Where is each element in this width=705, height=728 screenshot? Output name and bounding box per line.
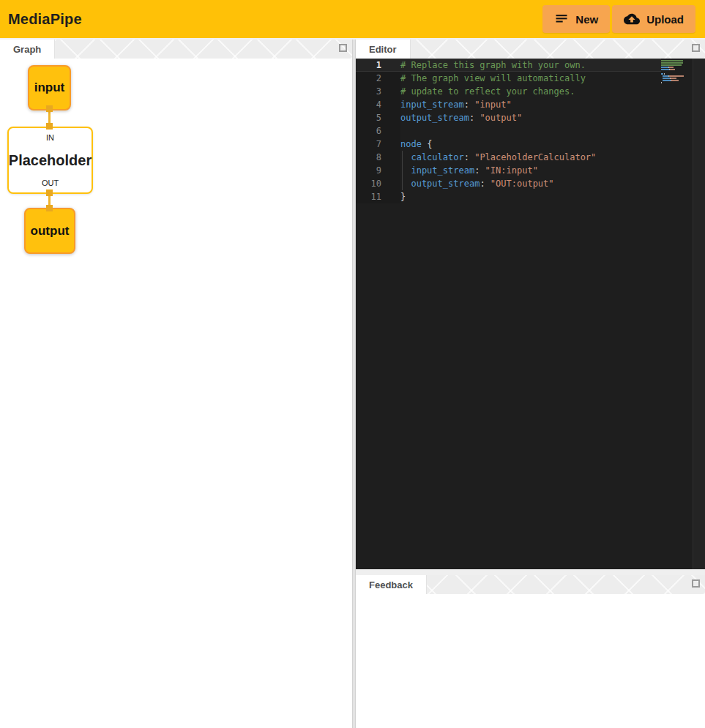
feedback-tab-label: Feedback — [369, 579, 413, 590]
minimap-line — [661, 75, 691, 77]
placeholder-in-port — [46, 123, 53, 130]
minimap[interactable] — [661, 60, 691, 569]
minimap-segment — [661, 73, 663, 75]
code-token: : — [474, 165, 485, 176]
code-text: calculator: "PlaceholderCalculator" — [400, 151, 661, 164]
code-editor[interactable]: 1# Replace this graph with your own.2# T… — [356, 59, 705, 569]
gutter-pad — [381, 164, 400, 177]
graph-popout-icon[interactable] — [339, 44, 347, 52]
indent-guide — [402, 151, 403, 164]
indent-guide — [402, 177, 403, 190]
line-number: 5 — [356, 111, 381, 124]
graph-tab-label: Graph — [13, 44, 41, 55]
minimap-segment — [670, 69, 675, 70]
graph-canvas[interactable]: input IN Placeholder OUT output — [0, 59, 352, 728]
code-token: "input" — [474, 100, 512, 110]
code-line[interactable]: 10 output_stream: "OUT:output" — [356, 177, 661, 190]
minimap-segment — [661, 69, 669, 70]
upload-button-label: Upload — [646, 13, 684, 26]
code-line[interactable]: 3# update to reflect your changes. — [356, 85, 661, 98]
app-header: MediaPipe New Upload — [0, 0, 705, 38]
code-text: # The graph view will automatically — [400, 72, 661, 85]
tab-editor[interactable]: Editor — [356, 40, 411, 59]
minimap-segment — [661, 60, 683, 61]
upload-button[interactable]: Upload — [612, 5, 695, 33]
app-title: MediaPipe — [8, 11, 82, 28]
editor-panel: Editor 1# Replace this graph with your o… — [356, 40, 705, 569]
gutter-pad — [381, 138, 400, 151]
code-line[interactable]: 6 — [356, 124, 661, 138]
code-line[interactable]: 2# The graph view will automatically — [356, 72, 661, 85]
code-line[interactable]: 11} — [356, 190, 661, 203]
indent-guide — [402, 164, 403, 177]
code-text: output_stream: "OUT:output" — [400, 177, 661, 190]
code-text: # Replace this graph with your own. — [400, 59, 661, 72]
code-token: "output" — [480, 113, 522, 123]
node-input-label: input — [34, 80, 65, 95]
node-input[interactable]: input — [28, 65, 71, 110]
gutter-pad — [381, 111, 400, 124]
code-line[interactable]: 8 calculator: "PlaceholderCalculator" — [356, 151, 661, 164]
minimap-line — [661, 67, 691, 68]
code-text: input_stream: "input" — [400, 98, 661, 111]
header-buttons: New Upload — [542, 5, 695, 33]
cloud-upload-icon — [624, 11, 640, 27]
code-token: : — [480, 179, 490, 189]
tab-graph[interactable]: Graph — [0, 40, 55, 59]
feedback-content — [356, 594, 705, 728]
gutter-pad — [381, 85, 400, 98]
line-number: 7 — [356, 138, 381, 151]
horizontal-splitter[interactable] — [356, 569, 705, 575]
code-token: "IN:input" — [485, 165, 538, 176]
code-token: "PlaceholderCalculator" — [474, 152, 596, 162]
code-line[interactable]: 9 input_stream: "IN:input" — [356, 164, 661, 177]
code-token: : — [469, 113, 480, 123]
output-in-port — [46, 205, 53, 211]
minimap-segment — [663, 78, 670, 79]
line-number: 6 — [356, 124, 381, 138]
feedback-tab-strip: Feedback — [356, 575, 705, 594]
tab-feedback[interactable]: Feedback — [356, 575, 427, 594]
minimap-segment — [661, 67, 668, 68]
minimap-line — [661, 64, 691, 66]
minimap-segment — [661, 82, 662, 83]
minimap-line — [661, 80, 691, 81]
editor-tab-label: Editor — [369, 44, 397, 55]
node-placeholder[interactable]: IN Placeholder OUT — [7, 127, 93, 194]
line-number: 2 — [356, 72, 381, 85]
minimap-line — [661, 71, 691, 72]
minimap-line — [661, 82, 691, 83]
minimap-line — [661, 60, 691, 61]
editor-scrollbar[interactable] — [693, 59, 705, 569]
minimap-segment — [669, 67, 674, 68]
node-placeholder-label: Placeholder — [9, 152, 92, 169]
gutter-pad — [381, 190, 400, 203]
line-number: 4 — [356, 98, 381, 111]
placeholder-in-port-label: IN — [46, 133, 54, 142]
code-line[interactable]: 4input_stream: "input" — [356, 98, 661, 111]
editor-popout-icon[interactable] — [692, 44, 700, 52]
code-lines: 1# Replace this graph with your own.2# T… — [356, 59, 661, 203]
gutter-pad — [381, 98, 400, 111]
new-button[interactable]: New — [542, 5, 610, 33]
code-token: output_stream — [400, 113, 469, 123]
node-output[interactable]: output — [24, 208, 75, 254]
line-number: 3 — [356, 85, 381, 98]
node-output-label: output — [31, 224, 70, 239]
gutter-pad — [381, 124, 400, 138]
code-token: "OUT:output" — [490, 179, 554, 189]
code-line[interactable]: 7node { — [356, 138, 661, 151]
code-token: calculator — [400, 152, 464, 162]
minimap-line — [661, 62, 691, 64]
placeholder-out-port — [46, 189, 53, 196]
code-token: } — [400, 192, 406, 202]
code-line[interactable]: 1# Replace this graph with your own. — [356, 59, 661, 72]
code-text: output_stream: "output" — [400, 111, 661, 124]
gutter-pad — [381, 151, 400, 164]
minimap-segment — [669, 75, 684, 77]
minimap-line — [661, 69, 691, 70]
feedback-popout-icon[interactable] — [692, 579, 700, 588]
line-number: 1 — [356, 59, 381, 72]
code-line[interactable]: 5output_stream: "output" — [356, 111, 661, 124]
line-number: 8 — [356, 151, 381, 164]
